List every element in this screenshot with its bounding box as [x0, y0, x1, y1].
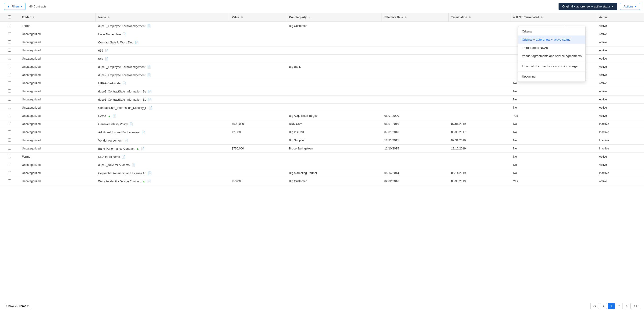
row-folder: Uncategorized [19, 71, 96, 79]
th-effective-date[interactable]: Effective Date ⇅ [382, 13, 448, 22]
row-checkbox[interactable] [8, 122, 11, 125]
dropdown-item-third-parties[interactable]: Third-parties NDAs [518, 44, 586, 52]
row-checkbox-cell[interactable] [0, 63, 19, 71]
pagination-page-1[interactable]: 1 [608, 303, 615, 309]
row-checkbox[interactable] [8, 40, 11, 44]
view-button[interactable]: Original + autorenew + active status ▾ [558, 3, 618, 10]
dropdown-item-upcoming[interactable]: Upcoming [518, 72, 586, 80]
row-name[interactable]: NDA for AI demo 📄 [96, 153, 229, 161]
row-checkbox-cell[interactable] [0, 120, 19, 128]
row-name[interactable]: dupe2_ContractSafe_Information_Se 📄 [96, 87, 229, 96]
row-checkbox[interactable] [8, 138, 11, 142]
pagination-next[interactable]: > [624, 303, 631, 309]
row-checkbox-cell[interactable] [0, 38, 19, 46]
doc-icon: 📄 [132, 163, 135, 167]
row-value [229, 55, 286, 63]
row-checkbox-cell[interactable] [0, 87, 19, 96]
table-row: Uncategorized dupe2_NDA for AI demo 📄 No… [0, 161, 644, 169]
row-name[interactable]: Band Performance Contract ▲ 📄 [96, 144, 229, 153]
row-folder: Uncategorized [19, 120, 96, 128]
row-name[interactable]: Contract Safe AI Word Doc 📄 [96, 38, 229, 46]
row-name[interactable]: Vendor Agreement 📄 [96, 136, 229, 144]
row-name[interactable]: Enter Name Here 📄 [96, 30, 229, 38]
row-checkbox-cell[interactable] [0, 96, 19, 104]
pagination-prev[interactable]: < [600, 303, 607, 309]
row-checkbox-cell[interactable] [0, 153, 19, 161]
row-name[interactable]: Additional Insured Endorsement 📄 [96, 128, 229, 136]
row-effective-date: 02/02/2016 [382, 177, 448, 186]
dropdown-item-original-autorenew[interactable]: Original + autorenew + active status [518, 36, 586, 44]
pagination: << < 1 2 > >> [590, 303, 640, 309]
row-name[interactable]: dupe2_Employee Acknowledgement 📄 [96, 71, 229, 79]
row-checkbox-cell[interactable] [0, 104, 19, 112]
row-checkbox[interactable] [8, 114, 11, 117]
row-checkbox[interactable] [8, 57, 11, 60]
dropdown-item-vendor-agreements[interactable]: Vendor agreements and service agreements [518, 52, 586, 60]
row-checkbox[interactable] [8, 171, 11, 174]
row-checkbox-cell[interactable] [0, 128, 19, 136]
row-effective-date: 05/14/2014 [382, 169, 448, 177]
actions-button[interactable]: Actions ▾ [620, 3, 640, 10]
th-folder[interactable]: Folder ⇅ [19, 13, 96, 22]
row-checkbox[interactable] [8, 155, 11, 158]
th-active[interactable]: Active [596, 13, 644, 22]
row-termination [448, 161, 510, 169]
doc-icon: 📄 [122, 82, 126, 85]
row-checkbox[interactable] [8, 65, 11, 68]
row-name[interactable]: dupe2_NDA for AI demo 📄 [96, 161, 229, 169]
th-counterparty[interactable]: Counterparty ⇅ [286, 13, 382, 22]
row-name[interactable]: dupe3_Employee Acknowledgement 📄 [96, 63, 229, 71]
row-folder: Uncategorized [19, 38, 96, 46]
row-checkbox-cell[interactable] [0, 46, 19, 55]
row-checkbox-cell[interactable] [0, 144, 19, 153]
row-checkbox-cell[interactable] [0, 177, 19, 186]
row-checkbox[interactable] [8, 179, 11, 182]
row-name[interactable]: 669 📄 [96, 46, 229, 55]
th-checkbox[interactable] [0, 13, 19, 22]
row-name[interactable]: dupe1_ContractSafe_Information_Se 📄 [96, 96, 229, 104]
row-checkbox-cell[interactable] [0, 169, 19, 177]
row-checkbox-cell[interactable] [0, 22, 19, 30]
effective-date-sort-icon: ⇅ [405, 16, 406, 19]
row-checkbox[interactable] [8, 130, 11, 133]
row-name[interactable]: General Liability Policy 📄 [96, 120, 229, 128]
row-checkbox[interactable] [8, 106, 11, 109]
row-checkbox-cell[interactable] [0, 112, 19, 120]
row-name[interactable]: Demo ▲ 📄 [96, 112, 229, 120]
row-name[interactable]: 669 📄 [96, 55, 229, 63]
row-checkbox[interactable] [8, 24, 11, 27]
row-checkbox-cell[interactable] [0, 79, 19, 87]
row-checkbox[interactable] [8, 73, 11, 76]
select-all-checkbox[interactable] [8, 16, 11, 18]
row-checkbox-cell[interactable] [0, 30, 19, 38]
row-checkbox[interactable] [8, 48, 11, 52]
row-checkbox[interactable] [8, 90, 11, 92]
row-name[interactable]: Copyright Ownership and License Ag 📄 [96, 169, 229, 177]
row-renew: No [510, 136, 596, 144]
row-name[interactable]: HIPAA Certificate 📄 [96, 79, 229, 87]
row-name[interactable]: Website Identity Design Contract ▲ 📄 [96, 177, 229, 186]
dropdown-item-original[interactable]: Original [518, 27, 586, 36]
th-termination[interactable]: Termination ⇅ [448, 13, 510, 22]
th-renew[interactable]: w If Not Terminated ⇅ [510, 13, 596, 22]
pagination-page-2[interactable]: 2 [616, 303, 623, 309]
row-name[interactable]: dupe5_Employee Acknowledgement 📄 [96, 22, 229, 30]
row-name[interactable]: ContractSafe_Information_Security_F 📄 [96, 104, 229, 112]
th-name[interactable]: Name ⇅ [96, 13, 229, 22]
row-checkbox[interactable] [8, 32, 11, 35]
row-checkbox-cell[interactable] [0, 71, 19, 79]
row-checkbox[interactable] [8, 147, 11, 150]
th-value[interactable]: Value ⇅ [229, 13, 286, 22]
row-effective-date: 07/01/2016 [382, 128, 448, 136]
row-checkbox[interactable] [8, 163, 11, 166]
pagination-first[interactable]: << [590, 303, 599, 309]
filter-button[interactable]: ▼ Filters ▾ [4, 3, 26, 10]
row-checkbox-cell[interactable] [0, 161, 19, 169]
row-checkbox[interactable] [8, 98, 11, 101]
pagination-last[interactable]: >> [632, 303, 640, 309]
row-checkbox-cell[interactable] [0, 55, 19, 63]
dropdown-item-financial[interactable]: Financial documents for upcoming merger [518, 62, 586, 70]
show-items-button[interactable]: Show 25 items ▾ [4, 303, 31, 309]
row-checkbox[interactable] [8, 81, 11, 84]
row-checkbox-cell[interactable] [0, 136, 19, 144]
